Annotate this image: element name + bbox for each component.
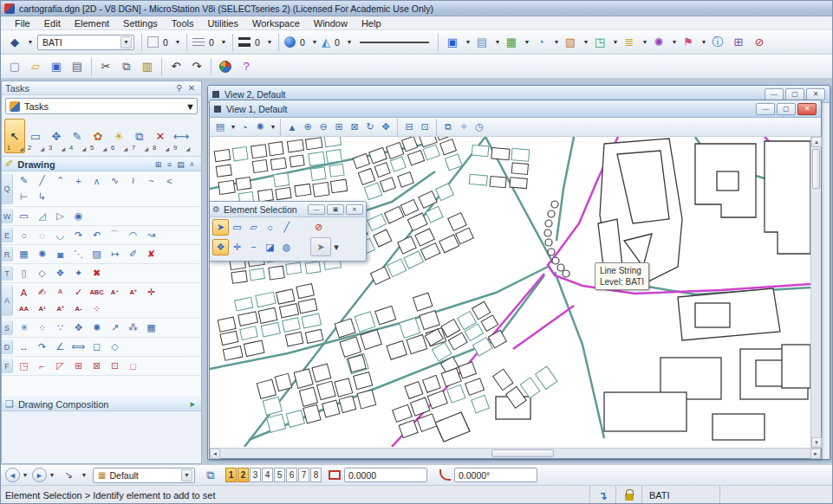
drawing-tool-icon[interactable]: ⌃ [51,172,69,189]
walk-button[interactable]: ✧ [456,120,472,135]
drawing-tool-icon[interactable]: ✖ [88,265,106,281]
individual-button[interactable]: ➤ [212,219,229,236]
drawing-tool-icon[interactable]: ▭ [15,208,33,224]
point-clouds-button[interactable]: ◳ [590,33,609,52]
drawing-tool-icon[interactable]: ✦ [69,265,88,281]
active-element-template-button[interactable]: ◆ [5,33,24,52]
level-display-dropdown-icon[interactable]: ▼ [524,39,530,45]
transparency-control[interactable]: ◭0▼ [322,36,353,48]
link-tool-button[interactable]: ↘ [59,466,78,485]
level-display-button[interactable]: ▦ [502,33,521,52]
view1-window[interactable]: View 1, Default — ▢ ✕ ▤▼◔✺▼▲⊕⊖⊞⊠↻✥⊟⊡⧉✧◷ [209,100,822,459]
drawing-tool-icon[interactable]: ╱ [33,172,51,189]
forward-dropdown-icon[interactable]: ▼ [49,472,55,478]
drawing-tool-icon[interactable]: ABC [88,284,106,300]
weight-dropdown-icon[interactable]: ▼ [266,39,273,45]
drawing-tool-icon[interactable]: < [160,172,179,189]
task-delete-element[interactable]: ✕8◢ [150,119,171,153]
fit-view-button[interactable]: ⊠ [347,120,362,135]
window-area-button[interactable]: ⊞ [331,120,347,135]
hscroll-track[interactable] [220,449,810,458]
task-modify[interactable]: ✎4◢ [67,119,88,153]
markups-dropdown-icon[interactable]: ▼ [671,39,678,45]
menu-help[interactable]: Help [355,16,388,30]
view2-close-button[interactable]: ✕ [806,88,825,100]
horizontal-scrollbar[interactable]: ◄ ► [210,448,821,458]
task-measure[interactable]: ⟷9◢ [171,119,192,153]
add-mode-button[interactable]: ✛ [229,239,245,255]
tasks-combo-dropdown-icon[interactable]: ▼ [185,101,195,112]
menu-utilities[interactable]: Utilities [201,16,245,30]
saved-views-button[interactable]: ≣ [620,33,639,52]
shape-button[interactable]: ▱ [245,219,262,236]
drawing-tool-icon[interactable]: ⊢ [15,189,33,205]
view2-maximize-button[interactable]: ▢ [785,88,804,100]
drawing-tool-icon[interactable]: □ [124,358,142,374]
zoom-out-button[interactable]: ⊖ [316,120,331,135]
drawing-tool-icon[interactable]: + [69,172,88,189]
drawing-tool-icon[interactable]: ⁘ [33,320,51,336]
view1-title-bar[interactable]: View 1, Default — ▢ ✕ [210,100,821,118]
menu-file[interactable]: File [8,16,37,30]
workflow-globe-button[interactable] [216,57,235,76]
accudraw-x-field[interactable] [344,468,427,482]
layout-grid-icon[interactable]: ⊞ [153,160,164,169]
drawing-tool-icon[interactable]: ᴬ [51,284,69,300]
view-display-mode-button[interactable]: ▤ [212,120,228,135]
clear-mode-button[interactable]: ◍ [278,239,295,255]
drawing-tool-icon[interactable]: A [15,284,33,300]
toggles-button[interactable]: ⊞ [729,33,748,52]
locks-cell[interactable] [615,486,641,504]
close-icon[interactable]: ✕ [185,83,198,93]
drawing-tool-icon[interactable]: ▨ [88,246,106,262]
drawing-tool-icon[interactable]: ◙ [51,246,69,262]
menu-edit[interactable]: Edit [37,16,68,30]
drawing-tool-icon[interactable]: ✐ [124,246,142,262]
update-view-button[interactable]: ▲ [284,120,300,135]
raster-manager-button[interactable]: ▧ [561,33,580,52]
drawing-tool-icon[interactable]: ⊞ [69,358,88,374]
drawing-tool-icon[interactable]: ▦ [142,320,160,336]
task-view-control[interactable]: ⧉7◢ [129,119,150,153]
drawing-tool-icon[interactable]: ◳ [15,358,33,374]
subtract-mode-button[interactable]: − [245,239,262,255]
active-level-combo[interactable]: BATI ▼ [37,35,134,50]
drawing-tool-icon[interactable]: ~ [142,172,160,189]
hscroll-thumb[interactable] [491,449,554,457]
color-dropdown-icon[interactable]: ▼ [174,39,181,45]
transparency-dropdown-icon[interactable]: ▼ [346,39,353,45]
point-clouds-dropdown-icon[interactable]: ▼ [612,39,619,45]
menu-tools[interactable]: Tools [165,16,201,30]
drawing-tool-icon[interactable]: ≀ [124,172,142,189]
active-line-style-control[interactable]: 0▼ [192,37,227,48]
view-toggle-4[interactable]: 4 [262,468,273,482]
view-group-combo[interactable]: ▦ Default ▼ [93,468,195,483]
drawing-tool-icon[interactable]: ⟺ [69,339,88,355]
drawing-tool-icon[interactable]: ↔ [15,339,33,355]
select-all-button[interactable]: ➤ [310,237,331,256]
drawing-tool-icon[interactable]: ↗ [106,320,124,336]
raster-manager-dropdown-icon[interactable]: ▼ [582,39,589,45]
undo-button[interactable]: ↶ [166,57,185,76]
style-dropdown-icon[interactable]: ▼ [220,39,227,45]
view-toggle-5[interactable]: 5 [274,468,285,482]
drawing-tool-icon[interactable]: ʌ [88,172,106,189]
scroll-up-icon[interactable]: ▲ [811,137,822,147]
element-selection-title-bar[interactable]: ⚙ Element Selection — ▣ ✕ [210,202,366,217]
pan-view-button[interactable]: ✥ [378,120,394,135]
dialog-rollup-button[interactable]: — [308,204,325,215]
drawing-tool-icon[interactable]: ✓ [69,284,88,300]
drawing-tool-icon[interactable]: ⊡ [106,358,124,374]
view1-minimize-button[interactable]: — [756,103,775,115]
layout-panel-icon[interactable]: ▤ [175,160,186,169]
display-style-button[interactable]: ◔ [237,120,252,135]
references-dropdown-icon[interactable]: ▼ [553,39,560,45]
clip-volume-button[interactable]: ◷ [472,120,487,135]
markups-button[interactable]: ✺ [649,33,668,52]
disable-handles-button[interactable]: ⊘ [310,219,327,236]
models-button[interactable]: ▣ [443,33,462,52]
drawing-tool-icon[interactable]: ✛ [142,284,160,300]
fill-color-control[interactable]: 0▼ [284,36,318,48]
task-fence[interactable]: ▭2◢ [25,119,46,153]
zoom-in-button[interactable]: ⊕ [300,120,316,135]
